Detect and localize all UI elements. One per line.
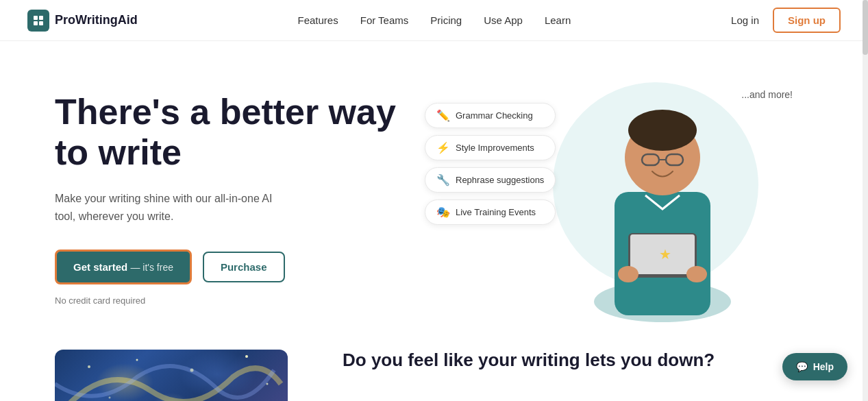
- lightning-icon: ⚡: [436, 141, 450, 154]
- nav-links: Features For Teams Pricing Use App Learn: [298, 14, 571, 26]
- svg-rect-1: [39, 16, 43, 20]
- svg-point-7: [628, 110, 697, 151]
- training-icon: 🎭: [436, 206, 450, 219]
- wrench-icon: 🔧: [436, 173, 450, 186]
- svg-rect-3: [39, 21, 43, 25]
- svg-rect-2: [34, 21, 38, 25]
- scrollbar[interactable]: [863, 0, 868, 401]
- svg-text:★: ★: [659, 247, 671, 262]
- hero-person: ★: [553, 69, 772, 329]
- svg-point-15: [618, 266, 638, 282]
- nav-item-learn[interactable]: Learn: [545, 14, 571, 26]
- logo-text: ProWritingAid: [55, 13, 138, 27]
- hero-subtitle: Make your writing shine with our all-in-…: [55, 190, 274, 225]
- signup-button[interactable]: Sign up: [773, 8, 841, 33]
- and-more-label: ...and more!: [741, 89, 793, 100]
- hero-section: There's a better way to write Make your …: [0, 41, 868, 343]
- bottom-title: Do you feel like your writing lets you d…: [343, 350, 813, 371]
- navbar: ProWritingAid Features For Teams Pricing…: [0, 0, 868, 41]
- svg-rect-0: [34, 16, 38, 20]
- svg-point-18: [136, 359, 138, 361]
- svg-point-21: [266, 383, 269, 385]
- svg-point-17: [88, 365, 90, 368]
- hero-right: ★ ✏️ Grammar Checking ⚡ Style Improvemen…: [411, 69, 813, 329]
- hero-buttons: Get started — it's free Purchase: [55, 250, 411, 284]
- chat-icon: 💬: [796, 361, 808, 372]
- chat-help-button[interactable]: 💬 Help: [782, 353, 847, 380]
- scrollbar-thumb[interactable]: [863, 0, 868, 55]
- hero-left: There's a better way to write Make your …: [55, 92, 411, 306]
- starry-night-image: [55, 350, 288, 401]
- pill-style: ⚡ Style Improvements: [425, 135, 556, 160]
- svg-point-16: [686, 266, 707, 282]
- pill-rephrase: 🔧 Rephrase suggestions: [425, 167, 556, 193]
- pill-grammar: ✏️ Grammar Checking: [425, 103, 556, 128]
- nav-item-use-app[interactable]: Use App: [484, 14, 523, 26]
- svg-point-22: [109, 397, 111, 399]
- svg-point-19: [190, 369, 194, 372]
- chat-label: Help: [813, 361, 834, 372]
- pill-training: 🎭 Live Training Events: [425, 199, 556, 225]
- feature-pills: ✏️ Grammar Checking ⚡ Style Improvements…: [425, 103, 556, 225]
- nav-item-pricing[interactable]: Pricing: [430, 14, 462, 26]
- purchase-button[interactable]: Purchase: [203, 252, 285, 282]
- bottom-section: Do you feel like your writing lets you d…: [0, 350, 868, 401]
- logo[interactable]: ProWritingAid: [27, 10, 138, 32]
- nav-item-features[interactable]: Features: [298, 14, 338, 26]
- no-credit-text: No credit card required: [55, 295, 411, 306]
- bottom-right: Do you feel like your writing lets you d…: [343, 350, 813, 371]
- logo-icon: [27, 10, 49, 32]
- get-started-button[interactable]: Get started — it's free: [55, 250, 192, 284]
- svg-point-20: [245, 355, 248, 358]
- nav-actions: Log in Sign up: [731, 8, 841, 33]
- nav-item-teams[interactable]: For Teams: [360, 14, 409, 26]
- hero-title: There's a better way to write: [55, 92, 411, 174]
- pencil-icon: ✏️: [436, 109, 450, 122]
- login-link[interactable]: Log in: [731, 14, 759, 26]
